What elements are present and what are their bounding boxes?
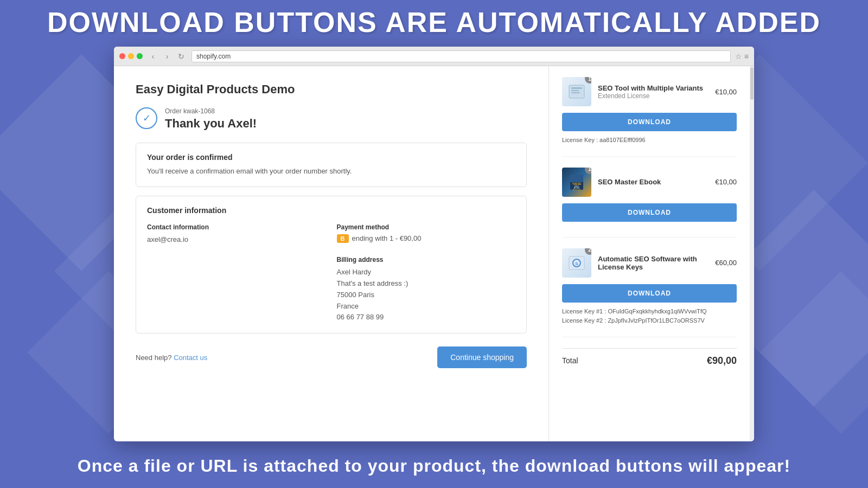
payment-column: Payment method B ending with 1 - €90,00 <box>337 223 516 246</box>
browser-content: Easy Digital Products Demo ✓ Order kwak-… <box>114 66 754 441</box>
continue-shopping-button[interactable]: Continue shopping <box>437 346 527 368</box>
order-confirmed-card: Your order is confirmed You'll receive a… <box>136 143 527 187</box>
browser-dots <box>119 53 143 59</box>
order-header: ✓ Order kwak-1068 Thank you Axel! <box>136 107 527 131</box>
item-1-license-key: License Key : aa8107EEfff0996 <box>562 136 737 145</box>
scrollbar-thumb[interactable] <box>750 67 754 100</box>
customer-info-grid: Contact information axel@crea.io Payment… <box>147 223 515 324</box>
item-3-thumbnail: S 2 <box>562 248 591 278</box>
forward-button[interactable]: › <box>161 50 173 62</box>
order-number: Order kwak-1068 <box>165 107 257 115</box>
order-info: Order kwak-1068 Thank you Axel! <box>165 107 257 131</box>
scrollbar[interactable] <box>750 66 754 441</box>
bottom-banner-text: Once a file or URL is attached to your p… <box>78 456 790 476</box>
svg-text:S: S <box>575 261 578 266</box>
browser-chrome: ‹ › ↻ shopify.com ☆ ≡ <box>114 47 754 66</box>
item-3-name: Automatic SEO Software with License Keys <box>598 255 709 271</box>
svg-rect-8 <box>571 90 579 91</box>
item-3-price: €60,00 <box>715 259 737 267</box>
item-2-price: €10,00 <box>715 178 737 186</box>
item-3-download-button[interactable]: DOWNLOAD <box>562 284 737 303</box>
customer-info-card: Customer information Contact information… <box>136 196 527 334</box>
svg-rect-6 <box>569 85 584 98</box>
browser-window: ‹ › ↻ shopify.com ☆ ≡ Easy Digital Produ… <box>114 47 754 441</box>
order-item-1: 1 SEO Tool with Multiple Variants Extend… <box>562 77 737 157</box>
shop-title: Easy Digital Products Demo <box>136 82 527 97</box>
footer-row: Need help? Contact us Continue shopping <box>136 346 527 368</box>
top-banner-text: DOWNLOAD BUTTONS ARE AUTOMATICALLY ADDED <box>47 6 821 38</box>
order-confirmed-title: Your order is confirmed <box>147 153 515 162</box>
check-circle-icon: ✓ <box>136 107 157 129</box>
item-1-name: SEO Tool with Multiple Variants <box>598 84 709 92</box>
item-3-license-key-2: License Key #2 : ZpJpfIvJvIzPpITfOr1LBC7… <box>562 316 737 326</box>
item-1-download-button[interactable]: DOWNLOAD <box>562 113 737 131</box>
order-confirmed-body: You'll receive a confirmation email with… <box>147 166 515 177</box>
svg-text:MUST DIE: MUST DIE <box>573 189 580 191</box>
total-row: Total €90,00 <box>562 348 737 367</box>
item-1-price: €10,00 <box>715 88 737 96</box>
bottom-banner: Once a file or URL is attached to your p… <box>0 444 868 488</box>
item-1-header: 1 SEO Tool with Multiple Variants Extend… <box>562 77 737 106</box>
contact-value: axel@crea.io <box>147 234 326 246</box>
thank-you-message: Thank you Axel! <box>165 117 257 131</box>
menu-icon[interactable]: ≡ <box>744 52 749 61</box>
svg-rect-7 <box>571 87 582 89</box>
billing-column: Billing address Axel HardyThat's a test … <box>337 256 516 323</box>
item-2-header: THESE SEO MYTHS MUST DIE 1 SEO Master Eb… <box>562 168 737 197</box>
item-1-details: SEO Tool with Multiple Variants Extended… <box>598 84 709 100</box>
item-1-variant: Extended License <box>598 92 709 100</box>
item-2-thumbnail: THESE SEO MYTHS MUST DIE 1 <box>562 168 591 197</box>
item-3-details: Automatic SEO Software with License Keys <box>598 255 709 271</box>
refresh-button[interactable]: ↻ <box>175 50 187 62</box>
top-banner: DOWNLOAD BUTTONS ARE AUTOMATICALLY ADDED <box>0 0 868 44</box>
payment-value: ending with 1 - €90,00 <box>352 234 422 242</box>
item-1-thumbnail: 1 <box>562 77 591 106</box>
url-text: shopify.com <box>196 53 231 60</box>
contact-label: Contact information <box>147 223 326 231</box>
dot-green[interactable] <box>137 53 143 59</box>
svg-marker-5 <box>760 271 868 434</box>
order-item-3: S 2 Automatic SEO Software with License … <box>562 248 737 337</box>
item-3-license-key-1: License Key #1 : OFuIdGqFxqkkhyhdkxg1qiW… <box>562 307 737 317</box>
contact-us-link[interactable]: Contact us <box>174 354 207 362</box>
left-panel: Easy Digital Products Demo ✓ Order kwak-… <box>114 66 549 441</box>
payment-badge: B <box>337 234 349 243</box>
svg-rect-11 <box>570 175 583 182</box>
customer-info-title: Customer information <box>147 206 515 215</box>
back-button[interactable]: ‹ <box>147 50 159 62</box>
dot-red[interactable] <box>119 53 125 59</box>
item-2-details: SEO Master Ebook <box>598 178 709 186</box>
payment-label: Payment method <box>337 223 516 231</box>
total-label: Total <box>562 356 578 365</box>
svg-rect-9 <box>571 92 580 93</box>
billing-label: Billing address <box>337 256 516 264</box>
item-2-download-button[interactable]: DOWNLOAD <box>562 203 737 222</box>
bookmark-icon[interactable]: ☆ <box>735 52 742 61</box>
browser-nav: ‹ › ↻ <box>147 50 187 62</box>
order-item-2: THESE SEO MYTHS MUST DIE 1 SEO Master Eb… <box>562 168 737 237</box>
contact-column: Contact information axel@crea.io <box>147 223 326 246</box>
item-3-header: S 2 Automatic SEO Software with License … <box>562 248 737 278</box>
payment-method-row: B ending with 1 - €90,00 <box>337 234 516 243</box>
item-2-name: SEO Master Ebook <box>598 178 709 186</box>
billing-value: Axel HardyThat's a test address :)75000 … <box>337 267 516 323</box>
right-panel: 1 SEO Tool with Multiple Variants Extend… <box>549 66 750 441</box>
need-help-text: Need help? Contact us <box>136 354 207 362</box>
total-amount: €90,00 <box>707 355 737 367</box>
dot-yellow[interactable] <box>128 53 134 59</box>
browser-actions: ☆ ≡ <box>735 52 749 61</box>
item-3-license-keys: License Key #1 : OFuIdGqFxqkkhyhdkxg1qiW… <box>562 307 737 326</box>
url-bar[interactable]: shopify.com <box>192 50 731 62</box>
